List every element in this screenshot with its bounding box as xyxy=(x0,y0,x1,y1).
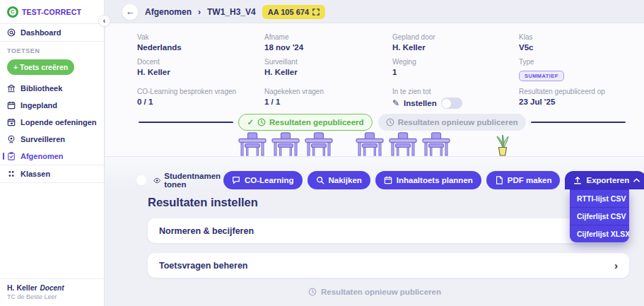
sidebar-item-label: Dashboard xyxy=(21,28,61,37)
desk-icon xyxy=(422,132,450,156)
action-buttons: CO-Learning Nakijken Inhaaltoets plannen… xyxy=(223,171,644,189)
sidebar-item-lopende-oefeningen[interactable]: Lopende oefeningen xyxy=(0,114,104,131)
info-inzien: In te zien tot ✎ Instellen xyxy=(392,88,519,109)
sidebar-item-label: Bibliotheek xyxy=(21,84,62,93)
calendar-icon xyxy=(7,101,16,110)
export-option-cijferlijst-xlsx[interactable]: Cijferlijst XLSX xyxy=(570,225,629,242)
sidebar-item-dashboard[interactable]: Dashboard xyxy=(0,24,104,41)
expand-icon xyxy=(312,8,320,16)
sidebar-user-info[interactable]: H. KellerDocent TC de Beste Leer xyxy=(0,278,104,306)
brand-name: TEST-CORRECT xyxy=(22,8,81,16)
student-names-label: Studentnamen tonen xyxy=(164,172,223,189)
card-label: Toetsvragen beheren xyxy=(159,261,248,271)
info-vak: Vak Nederlands xyxy=(137,33,264,52)
active-indicator xyxy=(3,153,4,160)
chat-icon xyxy=(232,176,240,184)
chevron-up-icon xyxy=(633,178,640,182)
info-docent: Docent H. Keller xyxy=(137,58,264,81)
info-co-learning: CO-Learning besproken vragen 0 / 1 xyxy=(137,88,264,109)
file-icon xyxy=(495,176,503,184)
main-content: ← Afgenomen › TW1_H3_V4 AA 105 674 Vak N… xyxy=(105,0,644,306)
clock-icon xyxy=(257,118,266,126)
check-icon: ✓ xyxy=(247,117,254,127)
sidebar-item-ingepland[interactable]: Ingepland xyxy=(0,97,104,114)
sidebar-item-klassen[interactable]: Klassen xyxy=(0,165,104,182)
nakijken-button[interactable]: Nakijken xyxy=(308,171,370,189)
toetsvragen-beheren-card[interactable]: Toetsvragen beheren › xyxy=(148,253,629,278)
search-icon xyxy=(316,176,324,184)
info-afname: Afname 18 nov '24 xyxy=(264,33,392,52)
info-weging: Weging 1 xyxy=(392,58,519,81)
publish-stepper: ✓ Resultaten gepubliceerd Resultaten opn… xyxy=(139,114,626,131)
brand-logo[interactable]: C TEST-CORRECT xyxy=(0,0,104,24)
user-name: H. Keller xyxy=(7,283,37,292)
republish-disabled-button[interactable]: Resultaten opnieuw publiceren xyxy=(105,288,644,296)
breadcrumb-parent[interactable]: Afgenomen xyxy=(145,7,192,17)
user-role: Docent xyxy=(40,284,64,292)
upload-icon xyxy=(573,176,582,184)
sidebar-item-label: Ingepland xyxy=(21,101,57,110)
sidebar-item-label: Lopende oefeningen xyxy=(21,118,97,126)
info-type: Type SUMMATIEF xyxy=(519,58,644,81)
clock-icon xyxy=(308,288,317,296)
library-icon xyxy=(7,84,16,93)
co-learning-button[interactable]: CO-Learning xyxy=(223,171,303,189)
results-published-step[interactable]: ✓ Resultaten gepubliceerd xyxy=(238,114,372,131)
desk-icon xyxy=(271,132,300,156)
info-gepland-door: Gepland door H. Keller xyxy=(392,33,519,52)
create-test-button[interactable]: + Toets creëren xyxy=(7,59,74,75)
info-grid: Vak Nederlands Afname 18 nov '24 Gepland… xyxy=(105,23,644,109)
brand-logo-icon: C xyxy=(7,6,18,18)
desk-icon xyxy=(356,132,384,156)
sidebar-item-bibliotheek[interactable]: Bibliotheek xyxy=(0,80,104,97)
results-heading: Resultaten instellen xyxy=(148,196,258,209)
back-button[interactable]: ← xyxy=(122,4,139,20)
export-option-rtti-csv[interactable]: RTTI-lijst CSV xyxy=(570,189,629,207)
breadcrumb-current: TW1_H3_V4 xyxy=(207,7,256,17)
inzien-toggle[interactable] xyxy=(441,98,462,109)
instellen-link[interactable]: Instellen xyxy=(404,99,437,107)
breadcrumb-separator: › xyxy=(198,7,201,17)
sidebar-item-label: Klassen xyxy=(21,170,50,178)
clock-icon xyxy=(386,118,394,126)
export-option-cijferlijst-csv[interactable]: Cijferlijst CSV xyxy=(570,207,629,225)
sidebar-item-surveilleren[interactable]: Surveilleren xyxy=(0,131,104,148)
info-nagekeken: Nagekeken vragen 1 / 1 xyxy=(264,88,392,109)
calendar-arrow-icon xyxy=(7,118,16,126)
step-label: Resultaten gepubliceerd xyxy=(269,118,364,126)
results-section: Studentnamen tonen CO-Learning Nakijken … xyxy=(105,157,644,306)
sidebar-section-toetsen: TOETSEN xyxy=(0,42,104,57)
info-klas: Klas V5c xyxy=(519,33,644,52)
info-surveillant: Surveillant H. Keller xyxy=(264,58,392,81)
card-label: Normeren & becijferen xyxy=(159,226,254,236)
pencil-icon: ✎ xyxy=(392,98,399,108)
webcam-icon xyxy=(7,135,16,143)
desk-icon xyxy=(305,132,333,156)
sidebar: ‹ C TEST-CORRECT Dashboard TOETSEN + Toe… xyxy=(0,0,105,306)
clipboard-check-icon xyxy=(7,152,16,160)
test-code: AA 105 674 xyxy=(268,8,309,16)
controls-row: Studentnamen tonen CO-Learning Nakijken … xyxy=(148,171,629,189)
inhaaltoets-plannen-button[interactable]: Inhaaltoets plannen xyxy=(375,171,481,189)
pdf-maken-button[interactable]: PDF maken xyxy=(486,171,561,189)
normeren-becijferen-card[interactable]: Normeren & becijferen ? › xyxy=(148,218,629,243)
desk-icon xyxy=(238,132,267,156)
stepper-line-left xyxy=(139,122,233,123)
stepper-line-right xyxy=(531,122,626,123)
plant-icon xyxy=(494,134,511,156)
info-gepubliceerd: Resultaten gepubliceerd op 23 Jul '25 xyxy=(519,88,644,109)
republish-step[interactable]: Resultaten opnieuw publiceren xyxy=(378,114,526,131)
test-info-panel: Vak Nederlands Afname 18 nov '24 Gepland… xyxy=(105,23,644,157)
type-badge: SUMMATIEF xyxy=(519,71,564,81)
exporteren-button[interactable]: Exporteren xyxy=(565,171,644,189)
sidebar-collapse-button[interactable]: ‹ xyxy=(98,15,110,27)
eye-icon xyxy=(153,177,160,184)
test-code-badge[interactable]: AA 105 674 xyxy=(262,5,325,19)
export-dropdown-menu: RTTI-lijst CSV Cijferlijst CSV Cijferlij… xyxy=(570,189,629,242)
sidebar-item-afgenomen[interactable]: Afgenomen xyxy=(0,148,104,165)
app-window: ‹ C TEST-CORRECT Dashboard TOETSEN + Toe… xyxy=(0,0,644,306)
header-bar: ← Afgenomen › TW1_H3_V4 AA 105 674 xyxy=(105,0,644,23)
chevron-right-icon: › xyxy=(614,259,618,271)
sidebar-item-label: Surveilleren xyxy=(21,135,65,143)
step-label: Resultaten opnieuw publiceren xyxy=(398,118,518,126)
